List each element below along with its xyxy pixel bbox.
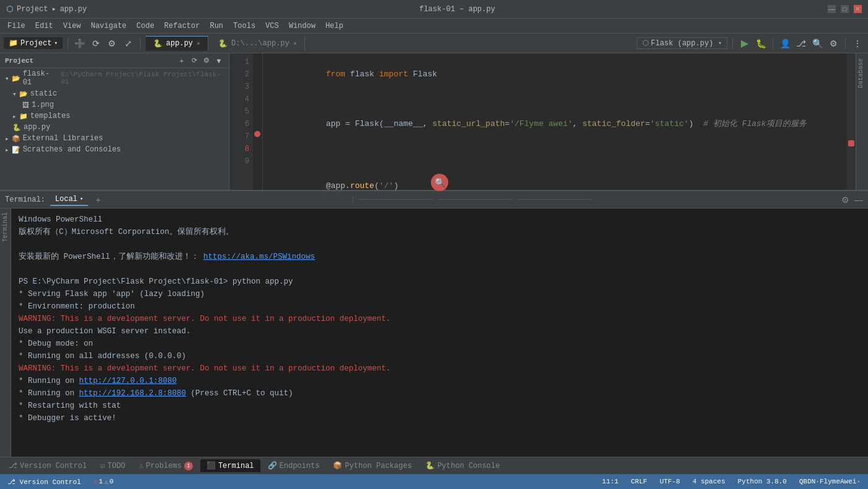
problems-badge: 1 [184,462,193,470]
bottom-tab-problems[interactable]: ⚠ Problems 1 [133,459,199,472]
console-icon: 🐍 [425,461,435,470]
menu-tools[interactable]: Tools [228,20,260,32]
terminal-tab-local[interactable]: Local ▾ [50,194,88,206]
more-actions-button[interactable]: ⋮ [851,37,864,50]
tree-item-scratches[interactable]: ▸ 📝 Scratches and Consoles [0,144,229,155]
menu-navigate[interactable]: Navigate [86,20,131,32]
tree-item-external-libs[interactable]: ▸ 📦 External Libraries [0,133,229,144]
terminal-settings-button[interactable]: ⚙ [841,195,849,205]
menu-window[interactable]: Window [284,20,321,32]
editor-tab-app-py-2[interactable]: 🐍 D:\...\app.py ✕ [211,37,305,51]
run-config-selector[interactable]: ⬡ Flask (app.py) ▾ [637,37,727,49]
sidebar-collapse-icon[interactable]: ▼ [214,56,224,66]
project-toolbar-tab[interactable]: 📁 Project ▾ [4,37,63,49]
editor-tab-app-py[interactable]: 🐍 app.py ✕ [146,36,208,51]
sidebar-settings-icon[interactable]: ⚙ [202,56,211,66]
status-vcs[interactable]: ⎇ Version Control [5,478,84,486]
tree-item-templates[interactable]: ▸ 📁 templates [0,110,229,122]
annotation-5 [253,103,262,115]
search-everywhere-button[interactable]: 🔍 [810,37,824,50]
param-static-folder: static_folder [582,119,645,128]
annotation-8 [253,140,262,153]
toolbar-expand-button[interactable]: ⤢ [122,37,135,50]
breakpoint-icon[interactable] [254,131,260,137]
annotation-6 [253,115,262,128]
problems-tab-label: Problems [146,462,182,470]
menu-vcs[interactable]: VCS [260,20,284,32]
terminal-serving: * Serving Flask app 'app' (lazy loading) [19,288,861,300]
param-static-url: static_url_path [432,119,505,128]
settings-main-button[interactable]: ⚙ [826,37,840,50]
status-python[interactable]: Python 3.8.0 [735,478,789,485]
folder-icon-flask01: 📂 [12,74,20,83]
terminal-upgrade-link[interactable]: https://aka.ms/PSWindows [203,253,315,261]
run-button[interactable]: ▶ [738,37,751,50]
close-button[interactable]: ✕ [854,5,862,13]
terminal-link-127[interactable]: http://127.0.0.1:8080 [79,377,177,385]
tab-close-1[interactable]: ✕ [197,40,200,47]
toolbar-settings-button[interactable]: ⚙ [105,37,119,50]
libs-icon: 📦 [12,135,20,143]
expand-icon-external: ▸ [5,135,9,143]
status-encoding[interactable]: UTF-8 [657,478,683,485]
decorator-route: route [350,181,374,191]
menu-view[interactable]: View [58,20,86,32]
var-app: app [326,119,345,128]
menu-refactor[interactable]: Refactor [159,20,205,32]
bottom-tab-python-packages[interactable]: 📦 Python Packages [327,459,418,472]
tab-close-2[interactable]: ✕ [293,40,297,47]
status-linesep[interactable]: CRLF [629,478,650,485]
toolbar-sync-button[interactable]: ⟳ [89,37,103,50]
code-line-1: from flask import Flask [268,56,842,93]
terminal-content[interactable]: Windows PowerShell 版权所有（C）Microsoft Corp… [11,209,868,457]
sidebar-sync-icon[interactable]: ⟳ [189,56,199,66]
bottom-tab-python-console[interactable]: 🐍 Python Console [419,459,506,472]
error-gutter-marker[interactable] [848,140,854,146]
tab-icon-2: 🐍 [218,39,228,48]
window-controls: — □ ✕ [828,5,862,13]
terminal-line-shell: Windows PowerShell [19,213,861,226]
menu-help[interactable]: Help [321,20,348,32]
project-tab-label: Project [20,39,51,48]
kw-from: from [326,70,350,79]
status-indent[interactable]: 4 spaces [690,478,728,485]
debug-button[interactable]: 🐛 [754,37,768,50]
tree-item-flask01[interactable]: ▾ 📂 flask-01 E:\PyCharm Project\Flask Pr… [0,68,229,88]
file-tabs: 🐍 app.py ✕ 🐍 D:\...\app.py ✕ [146,36,305,51]
menu-run[interactable]: Run [205,20,228,32]
annotation-1 [253,53,262,66]
profile-button[interactable]: 👤 [778,37,792,50]
run-config-dropdown: ▾ [719,40,722,47]
add-terminal-button[interactable]: + [93,195,103,205]
search-overlay-button[interactable]: 🔍 [431,174,448,191]
file-icon-1png: 🖼 [22,101,29,109]
status-errors[interactable]: ✕ 1 ⚠ 0 [91,478,116,486]
maximize-button[interactable]: □ [841,5,849,13]
menu-edit[interactable]: Edit [30,20,58,32]
minimize-button[interactable]: — [828,5,836,13]
terminal-edge-tab[interactable]: Terminal [1,209,10,246]
bottom-tab-todo[interactable]: ☑ TODO [94,459,131,472]
tree-item-static[interactable]: ▾ 📂 static [0,88,229,99]
sidebar-add-icon[interactable]: + [177,56,187,66]
terminal-env: * Environment: production [19,300,861,313]
tree-item-1png[interactable]: 🖼 1.png [0,99,229,110]
toolbar-add-button[interactable]: ➕ [73,37,87,50]
vcs-tab-label: Version Control [20,462,87,470]
folder-icon-static: 📂 [19,90,28,98]
menu-file[interactable]: File [2,20,30,32]
status-position[interactable]: 11:1 [600,478,621,485]
bottom-tab-vcs[interactable]: ⎇ Version Control [2,459,93,472]
tree-item-apppy[interactable]: 🐍 app.py [0,122,229,133]
database-tab[interactable]: Database [856,53,868,93]
line-num-3: 3 [229,81,249,93]
tree-label-templates: templates [30,112,71,120]
expand-icon-flask01: ▾ [5,74,9,83]
terminal-link-192[interactable]: http://192.168.2.8:8080 [79,389,187,398]
bottom-tab-endpoints[interactable]: 🔗 Endpoints [262,459,326,472]
bottom-tab-terminal[interactable]: ⬛ Terminal [200,459,260,472]
terminal-minimize-button[interactable]: — [854,195,863,205]
menu-code[interactable]: Code [131,20,159,32]
vcs-button[interactable]: ⎇ [794,37,808,50]
terminal-line-blank1 [19,238,861,251]
